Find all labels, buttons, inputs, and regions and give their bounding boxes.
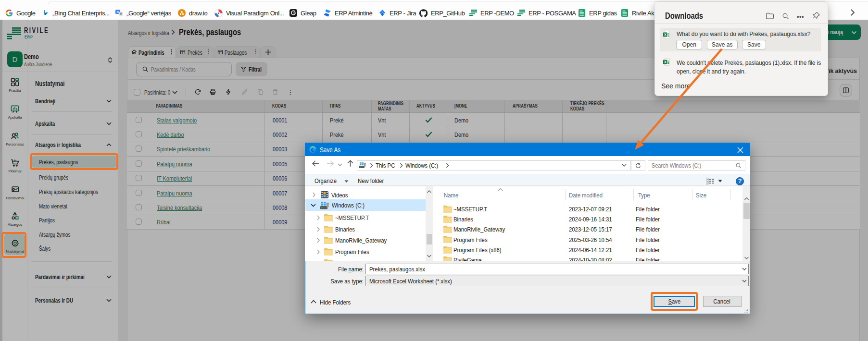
svg-text:G: G [117, 11, 119, 13]
